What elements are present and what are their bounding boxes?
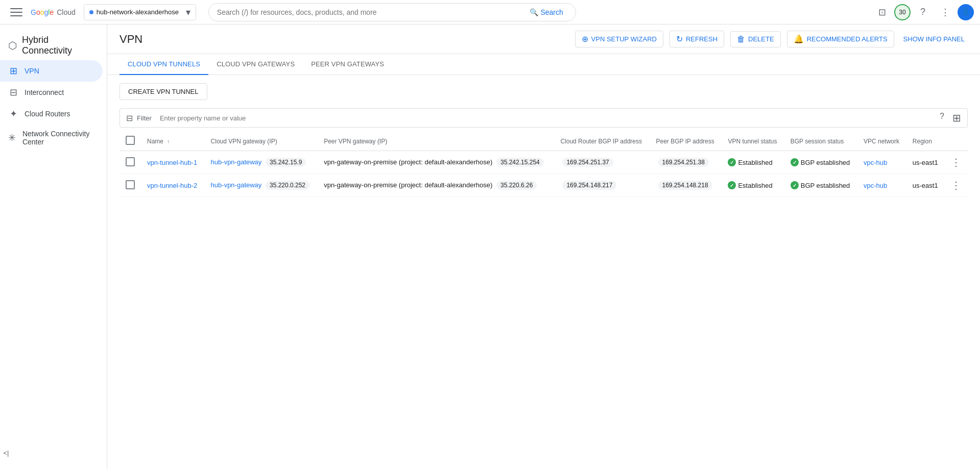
status-dot-1 (728, 181, 736, 189)
page-header: VPN ⊕ VPN SETUP WIZARD ↻ REFRESH 🗑 DELET… (107, 24, 980, 54)
user-avatar[interactable]: 👤 (958, 4, 974, 20)
filter-input[interactable] (160, 114, 936, 122)
content-area: CREATE VPN TUNNEL ⊟ Filter ? ⊞ (107, 75, 980, 205)
col-vpc-network: VPC network (857, 132, 906, 151)
search-button[interactable]: 🔍 Search (525, 6, 567, 18)
sidebar-item-network-connectivity-center[interactable]: ✳ Network Connectivity Center (0, 125, 103, 151)
tab-peer-vpn-gateways[interactable]: PEER VPN GATEWAYS (303, 54, 392, 75)
sort-icon: ↑ (167, 139, 170, 144)
project-name: hub-network-alexanderhose (97, 8, 183, 16)
more-options-icon: ⋮ (941, 7, 950, 18)
filter-actions: ? ⊞ (940, 112, 961, 124)
search-input[interactable] (217, 8, 522, 16)
row-more-options-0[interactable]: ⋮ (951, 157, 961, 168)
tunnel-name-link-0[interactable]: vpn-tunnel-hub-1 (147, 159, 197, 166)
col-bgp-session-status: BGP session status (784, 132, 857, 151)
collapse-icon: <| (4, 449, 9, 457)
collapse-sidebar-button[interactable]: <| (0, 447, 12, 459)
show-info-panel-button[interactable]: SHOW INFO PANEL (900, 32, 968, 46)
badge-number: 30 (899, 9, 905, 16)
search-label: Search (540, 8, 563, 16)
row-checkbox-0[interactable] (126, 157, 135, 166)
select-all-checkbox[interactable] (126, 136, 135, 145)
help-button[interactable]: ? (913, 2, 933, 22)
tab-cloud-vpn-tunnels[interactable]: CLOUD VPN TUNNELS (119, 54, 208, 75)
hamburger-menu[interactable] (6, 2, 27, 22)
sidebar-item-vpn[interactable]: ⊞ VPN (0, 60, 103, 82)
create-vpn-tunnel-button[interactable]: CREATE VPN TUNNEL (119, 83, 207, 100)
router-icon: ✦ (8, 108, 18, 119)
filter-help-icon[interactable]: ? (940, 112, 944, 124)
col-cloud-vpn-gateway: Cloud VPN gateway (IP) (205, 132, 318, 151)
show-info-panel-label: SHOW INFO PANEL (903, 35, 965, 43)
vpc-network-link-1[interactable]: vpc-hub (864, 182, 887, 189)
tab-cloud-vpn-gateways[interactable]: CLOUD VPN GATEWAYS (208, 54, 303, 75)
refresh-icon: ↻ (676, 34, 683, 44)
filter-bar: ⊟ Filter ? ⊞ (119, 108, 968, 128)
table-row: vpn-tunnel-hub-1 hub-vpn-gateway 35.242.… (119, 151, 968, 174)
refresh-label: REFRESH (686, 35, 718, 43)
sidebar-header: ⬡ Hybrid Connectivity (0, 29, 107, 60)
cloud-vpn-gateway-link-0[interactable]: hub-vpn-gateway (211, 158, 262, 166)
tabs: CLOUD VPN TUNNELS CLOUD VPN GATEWAYS PEE… (107, 54, 980, 75)
help-icon: ? (920, 7, 925, 17)
project-selector[interactable]: hub-network-alexanderhose ▾ (84, 4, 196, 20)
status-dot-0 (728, 158, 736, 166)
vpc-network-link-0[interactable]: vpc-hub (864, 159, 887, 166)
col-actions (945, 132, 968, 151)
table-container: Name ↑ Cloud VPN gateway (IP) Peer VPN g… (119, 132, 968, 197)
delete-button[interactable]: 🗑 DELETE (730, 31, 781, 47)
recommended-alerts-label: RECOMMENDED ALERTS (807, 35, 888, 43)
plus-icon: ⊕ (582, 34, 588, 44)
sidebar-item-label: Cloud Routers (25, 110, 70, 118)
delete-label: DELETE (748, 35, 774, 43)
terminal-icon: ⊡ (878, 7, 886, 18)
cloud-vpn-gateway-link-1[interactable]: hub-vpn-gateway (211, 181, 262, 189)
region-0: us-east1 (906, 151, 945, 174)
tunnel-name-link-1[interactable]: vpn-tunnel-hub-2 (147, 182, 197, 189)
sidebar-item-label: Interconnect (25, 88, 64, 96)
filter-label: Filter (137, 114, 152, 122)
google-cloud-logo: Google Cloud (31, 8, 76, 16)
page-title: VPN (119, 33, 142, 46)
interconnect-icon: ⊟ (8, 87, 18, 98)
vpn-tunnel-status-0: Established (728, 158, 772, 166)
more-options-button[interactable]: ⋮ (935, 2, 955, 22)
cloud-vpn-gateway-ip-1: 35.220.0.252 (266, 181, 309, 190)
sidebar-item-interconnect[interactable]: ⊟ Interconnect (0, 82, 103, 103)
vpn-setup-wizard-button[interactable]: ⊕ VPN SETUP WIZARD (575, 31, 663, 47)
search-icon: 🔍 (530, 8, 538, 16)
cloud-router-bgp-ip-0: 169.254.251.37 (562, 158, 613, 167)
peer-vpn-gateway-ip-0: 35.242.15.254 (496, 158, 544, 167)
terminal-icon-button[interactable]: ⊡ (872, 2, 892, 22)
bgp-session-status-1: BGP established (791, 181, 850, 189)
hamburger-icon (10, 6, 22, 18)
vpn-setup-wizard-label: VPN SETUP WIZARD (591, 35, 657, 43)
sidebar-item-cloud-routers[interactable]: ✦ Cloud Routers (0, 103, 103, 125)
vpn-tunnels-table: Name ↑ Cloud VPN gateway (IP) Peer VPN g… (119, 132, 968, 197)
header-actions: ⊕ VPN SETUP WIZARD ↻ REFRESH 🗑 DELETE 🔔 … (575, 31, 968, 47)
hybrid-connectivity-icon: ⬡ (8, 39, 17, 52)
row-more-options-1[interactable]: ⋮ (951, 180, 961, 191)
bgp-dot-1 (791, 181, 799, 189)
refresh-button[interactable]: ↻ REFRESH (670, 31, 724, 47)
avatar-badge[interactable]: 30 (894, 4, 911, 20)
cloud-router-bgp-ip-1: 169.254.148.217 (562, 181, 616, 190)
region-1: us-east1 (906, 174, 945, 197)
bgp-dot-0 (791, 158, 799, 166)
col-cloud-router-bgp-ip: Cloud Router BGP IP address (554, 132, 650, 151)
layout: ⬡ Hybrid Connectivity ⊞ VPN ⊟ Interconne… (0, 24, 980, 469)
peer-vpn-gateway-1: vpn-gateway-on-premise (project: default… (324, 181, 492, 189)
nav-actions: ⊡ 30 ? ⋮ 👤 (872, 2, 974, 22)
peer-bgp-ip-1: 169.254.148.218 (658, 181, 712, 190)
bgp-session-status-0: BGP established (791, 158, 850, 166)
recommended-alerts-button[interactable]: 🔔 RECOMMENDED ALERTS (787, 31, 894, 47)
col-peer-vpn-gateway: Peer VPN gateway (IP) (318, 132, 554, 151)
col-peer-bgp-ip: Peer BGP IP address (650, 132, 722, 151)
search-bar: 🔍 Search (208, 3, 576, 21)
row-checkbox-1[interactable] (126, 180, 135, 189)
alert-icon: 🔔 (794, 34, 804, 44)
network-icon: ✳ (8, 132, 16, 143)
columns-settings-icon[interactable]: ⊞ (952, 112, 961, 124)
peer-vpn-gateway-ip-1: 35.220.6.26 (496, 181, 537, 190)
